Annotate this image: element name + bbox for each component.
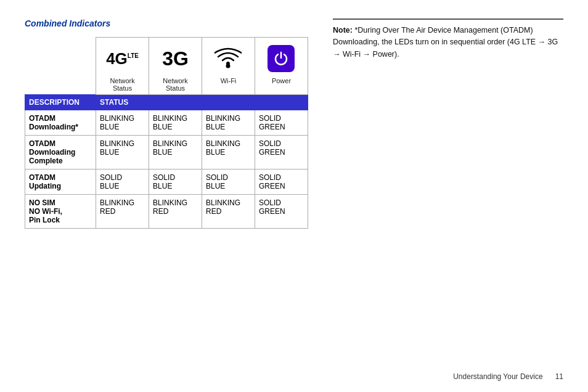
row-status-3-3: SOLIDBLUE [202,169,255,195]
row-status-4-4: SOLIDGREEN [255,195,308,229]
row-status-1-4: SOLIDGREEN [255,110,308,136]
3g-label: NetworkStatus [163,77,187,92]
row-status-3-2: SOLIDBLUE [149,169,202,195]
table-header-row: DESCRIPTION STATUS [25,95,308,110]
icon-cell-3g: 3G NetworkStatus [149,38,202,95]
row-status-2-4: SOLIDGREEN [255,136,308,169]
row-desc-3: OTADMUpdating [25,169,96,195]
header-description: DESCRIPTION [25,95,96,110]
4g-lte-icon: 4GLTE [106,51,139,67]
note-label: Note: [333,26,353,35]
right-column: Note: *During Over The Air Device Manage… [333,18,563,60]
page-label: Understanding Your Device [453,372,542,381]
row-status-3-4: SOLIDGREEN [255,169,308,195]
row-desc-2: OTADMDownloadingComplete [25,136,96,169]
icon-cell-wifi: Wi-Fi [202,38,255,95]
power-icon [267,45,295,72]
row-status-4-3: BLINKINGRED [202,195,255,229]
page-footer: Understanding Your Device 11 [453,372,563,381]
empty-cell [25,38,96,95]
3g-icon: 3G [162,49,189,68]
table-row: OTADMDownloadingComplete BLINKINGBLUE BL… [25,136,308,169]
section-title: Combined Indicators [25,18,308,28]
row-desc-1: OTADMDownloading* [25,110,96,136]
table-row: OTADMDownloading* BLINKINGBLUE BLINKINGB… [25,110,308,136]
row-status-2-1: BLINKINGBLUE [96,136,149,169]
icon-cell-power: Power [255,38,308,95]
icon-header-row: 4GLTE NetworkStatus 3G NetworkStatus [25,38,308,95]
row-status-4-2: BLINKINGRED [149,195,202,229]
svg-point-0 [226,64,231,68]
wifi-label: Wi-Fi [221,77,237,84]
left-column: Combined Indicators 4GLTE NetworkStatus [25,18,308,229]
table-row: NO SIMNO Wi-Fi,Pin Lock BLINKINGRED BLIN… [25,195,308,229]
table-row: OTADMUpdating SOLIDBLUE SOLIDBLUE SOLIDB… [25,169,308,195]
row-status-3-1: SOLIDBLUE [96,169,149,195]
row-status-1-1: BLINKINGBLUE [96,110,149,136]
page-number: 11 [555,372,563,381]
wifi-icon [214,47,242,70]
icon-cell-4g: 4GLTE NetworkStatus [96,38,149,95]
4g-label: NetworkStatus [110,77,134,92]
power-label: Power [272,77,291,84]
note-text: *During Over The Air Device Management (… [333,26,558,59]
row-desc-4: NO SIMNO Wi-Fi,Pin Lock [25,195,96,229]
header-status: STATUS [96,95,308,110]
content-wrapper: Combined Indicators 4GLTE NetworkStatus [25,18,563,229]
row-status-4-1: BLINKINGRED [96,195,149,229]
row-status-2-2: BLINKINGBLUE [149,136,202,169]
indicator-table: 4GLTE NetworkStatus 3G NetworkStatus [25,37,308,229]
note-box: Note: *During Over The Air Device Manage… [333,18,563,60]
row-status-2-3: BLINKINGBLUE [202,136,255,169]
row-status-1-3: BLINKINGBLUE [202,110,255,136]
row-status-1-2: BLINKINGBLUE [149,110,202,136]
